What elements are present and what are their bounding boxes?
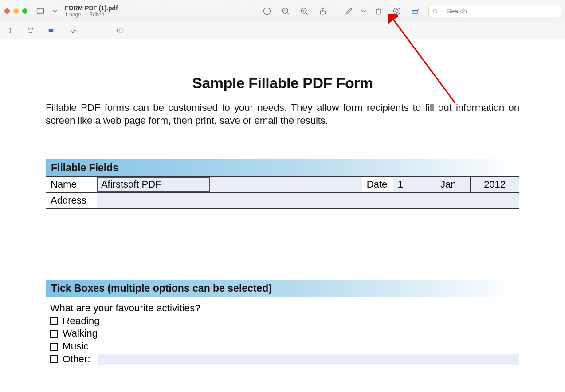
main-toolbar: FORM PDF (1).pdf 1 page — Edited [0,0,565,22]
info-button[interactable] [259,4,275,19]
table-row: Name Afirstsoft PDF Date 1 Jan 2012 [46,176,519,192]
close-window-button[interactable] [4,8,10,14]
redact-tool[interactable] [43,24,59,37]
name-cell: Afirstsoft PDF [97,176,362,192]
markup-menu-chevron[interactable] [359,4,368,19]
sidebar-menu-chevron[interactable] [51,4,59,19]
name-label: Name [46,176,97,192]
checkbox-reading[interactable] [50,317,58,325]
address-label: Address [46,192,97,208]
minimize-window-button[interactable] [13,8,19,14]
date-day-input[interactable]: 1 [393,176,426,192]
svg-line-20 [436,12,437,13]
date-year-input[interactable]: 2012 [471,176,519,192]
svg-rect-13 [376,9,381,14]
list-item: Reading [50,315,519,328]
activities-question: What are your favourite activities? [46,302,519,314]
form-fill-button[interactable] [407,4,424,19]
document-subtitle: 1 page — Edited [65,12,118,18]
sidebar-toggle-button[interactable] [32,4,49,19]
address-input[interactable] [97,192,519,208]
zoom-in-button[interactable] [296,4,313,19]
date-label: Date [362,176,393,192]
checkbox-walking[interactable] [50,330,58,338]
svg-point-19 [433,9,436,12]
title-block: FORM PDF (1).pdf 1 page — Edited [65,4,118,18]
form-text-tool[interactable] [113,24,128,37]
fullscreen-window-button[interactable] [22,8,27,14]
svg-rect-0 [37,8,44,14]
text-selection-tool[interactable] [3,24,18,37]
activities-options: Reading Walking Music Other: [46,315,519,366]
option-label: Other: [63,353,90,366]
checkbox-other[interactable] [50,355,58,363]
name-input[interactable]: Afirstsoft PDF [97,177,210,192]
svg-line-6 [287,12,289,14]
document-title: FORM PDF (1).pdf [65,4,118,12]
rectangular-selection-tool[interactable] [23,24,38,37]
chevron-down-icon [440,9,444,13]
signature-tool[interactable] [64,24,84,37]
list-item: Walking [50,327,519,340]
markup-button[interactable] [341,4,357,19]
page-title: Sample Fillable PDF Form [46,74,519,92]
search-input[interactable] [447,8,557,15]
option-label: Music [63,340,89,353]
highlight-button[interactable] [388,4,405,19]
svg-rect-22 [28,28,33,32]
zoom-out-button[interactable] [277,4,294,19]
rotate-button[interactable] [370,4,387,19]
fillable-fields-table: Name Afirstsoft PDF Date 1 Jan 2012 Addr… [46,176,519,209]
list-item: Other: [50,353,519,366]
date-month-input[interactable]: Jan [426,176,471,192]
search-field[interactable] [428,5,561,17]
other-text-input[interactable] [98,354,519,365]
option-label: Reading [63,315,100,328]
checkbox-music[interactable] [50,343,58,351]
intro-paragraph: Fillable PDF forms can be customised to … [46,102,519,127]
list-item: Music [50,340,519,353]
svg-point-17 [415,12,415,12]
share-button[interactable] [314,4,331,19]
section-tick-boxes-header: Tick Boxes (multiple options can be sele… [46,280,519,297]
search-icon [432,8,438,14]
markup-toolbar [0,22,565,39]
svg-rect-23 [49,29,54,32]
svg-point-16 [413,12,414,12]
svg-rect-24 [117,29,123,32]
table-row: Address [46,192,519,208]
document-page: Sample Fillable PDF Form Fillable PDF fo… [0,39,565,384]
svg-line-9 [306,12,307,14]
toolbar-divider [336,6,336,16]
svg-point-18 [416,12,416,12]
window-controls [4,8,30,14]
section-fillable-fields-header: Fillable Fields [46,159,519,176]
option-label: Walking [63,327,98,340]
svg-point-4 [267,9,267,10]
